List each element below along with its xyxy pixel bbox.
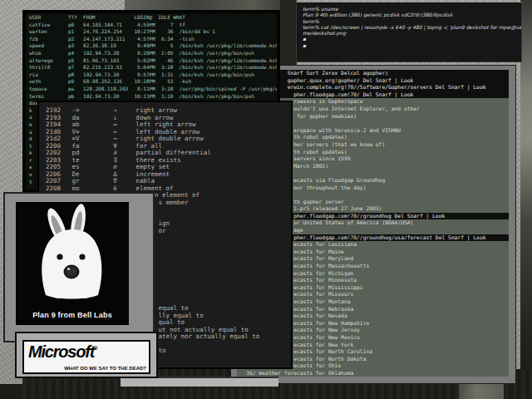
shell-terminal-window[interactable]: term% unamePlan 9 4th edition (386) gene… [296, 2, 522, 62]
shell-line: term% [303, 18, 521, 24]
glenda-illustration [16, 202, 129, 300]
shell-line: term% uname [303, 6, 521, 12]
desktop-photo-bottom-left [0, 384, 22, 399]
terminal-row: speed p3 82.36.38.19 9:49PM 5 /bin/ksh /… [29, 42, 277, 50]
terminal-row: seth p9 68.98.252.135 10:28PM 53 -ksh [29, 78, 277, 86]
terminal-row: catfive p0 64.103.104.71 4:55PM 7 tf [29, 22, 277, 29]
microsoft-logo-box: Microsoft® WHAT DO WE SAY TO THE DEAD? [22, 340, 150, 374]
terminal-row: topace pa 128.208.118.203 8:11PM 3:20 /u… [29, 86, 277, 93]
terminal-row: ria p8 192.94.73.20 9:57PM 1:31 /bin/ksh… [29, 71, 277, 79]
registered-mark: ® [94, 346, 97, 351]
shell-line: term% cat /dev/screen | resample -x 640 … [303, 24, 521, 30]
terminal-row: warten p1 24.76.224.254 10:27PM 36 /bin/… [29, 28, 277, 36]
microsoft-parody-window[interactable]: Microsoft® WHAT DO WE SAY TO THE DEAD? [15, 332, 158, 378]
terminal-row: fzb p2 24.147.173.211 4:57PM 6:34 -tcsh [29, 36, 277, 43]
shell-line: me/deskshot.png [303, 30, 521, 36]
shell-line: ▪ [303, 42, 521, 48]
desktop-photo-gap [280, 0, 297, 71]
glenda-caption: Plan 9 from Bell Labs [16, 311, 129, 319]
microsoft-logo: Microsoft® [28, 342, 98, 361]
glenda-image-window[interactable]: Plan 9 from Bell Labs [3, 192, 155, 342]
microsoft-tagline: WHAT DO WE SAY TO THE DEAD? [64, 366, 146, 372]
glenda-image-panel: Plan 9 from Bell Labs [16, 202, 129, 325]
shell-line: ▪ [303, 36, 521, 42]
shell-line: Plan 9 4th edition (386) generic pcdisk … [303, 12, 521, 17]
terminal-row: termi pb 192.94.73.20 10:11PM 1:19 /bin/… [29, 93, 277, 101]
terminal-row: whim p4 192.94.73.20 9:20PM 2:05 /bin/ks… [29, 50, 277, 57]
desktop-photo-right [520, 0, 532, 399]
terminal-row: thrill0 p7 82.215.223.53 5:04PM 3:28 /bi… [29, 64, 277, 71]
terminal-row: USER TTY FROM LOGIN@ IDLE WHAT [29, 14, 277, 22]
gopher-menu-row[interactable]: 36/ Weather forecasts for Oklahoma [237, 370, 509, 377]
terminal-row: alterego p5 81.96.73.103 5:02PM 46 /bin/… [29, 57, 277, 65]
